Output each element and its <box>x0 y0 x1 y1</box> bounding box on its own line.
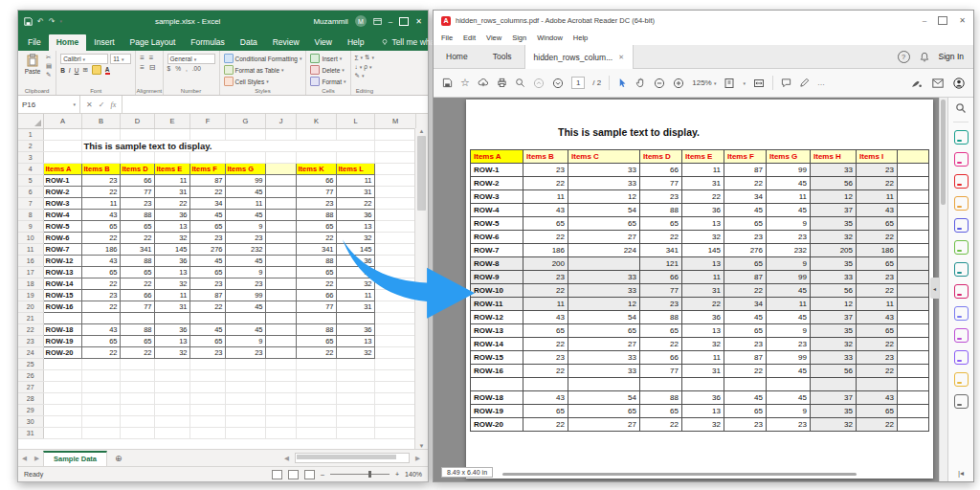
autosum-button[interactable]: Σ <box>355 55 359 61</box>
excel-cell[interactable]: 65 <box>81 267 120 278</box>
excel-cell[interactable] <box>296 416 336 428</box>
edit-pdf-tool-icon[interactable] <box>954 152 969 167</box>
excel-cell[interactable] <box>120 428 154 439</box>
excel-row-label[interactable]: ROW-3 <box>43 198 81 210</box>
vscroll-thumb[interactable] <box>941 100 946 205</box>
excel-cell[interactable] <box>81 405 120 416</box>
ribbon-tab-review[interactable]: Review <box>265 34 307 51</box>
excel-cell[interactable]: 9 <box>225 336 265 347</box>
pencil-icon[interactable] <box>799 78 810 88</box>
excel-cell[interactable] <box>225 313 265 324</box>
sheet-nav-right-icon[interactable]: ▶ <box>31 455 43 462</box>
combine-files-tool-icon[interactable] <box>954 218 969 233</box>
row-number[interactable]: 30 <box>18 416 43 428</box>
minimize-button[interactable]: – <box>923 16 926 25</box>
row-number[interactable]: 26 <box>18 370 43 382</box>
excel-cell[interactable] <box>265 370 296 382</box>
menu-sign[interactable]: Sign <box>512 33 526 42</box>
excel-cell[interactable]: 77 <box>296 301 336 313</box>
excel-cell[interactable] <box>120 370 154 382</box>
select-all-corner[interactable] <box>18 114 44 128</box>
excel-cell[interactable]: 22 <box>296 278 336 290</box>
row-number[interactable]: 19 <box>18 290 43 301</box>
avatar[interactable]: M <box>355 15 367 27</box>
excel-cell[interactable] <box>225 416 265 428</box>
excel-cell[interactable] <box>265 324 296 336</box>
font-color-button[interactable]: A <box>105 66 110 75</box>
chevron-down-icon[interactable]: ▾ <box>743 80 746 86</box>
excel-cell[interactable] <box>336 382 374 393</box>
excel-cell[interactable]: 77 <box>120 187 154 198</box>
excel-cell[interactable]: 45 <box>225 324 265 336</box>
excel-cell[interactable] <box>154 152 189 164</box>
excel-cell[interactable]: 11 <box>336 175 374 187</box>
excel-cell[interactable] <box>374 198 415 210</box>
excel-cell[interactable]: 32 <box>336 347 374 359</box>
excel-cell[interactable]: 34 <box>189 198 225 210</box>
excel-cell[interactable] <box>374 187 415 198</box>
ribbon-tab-data[interactable]: Data <box>233 34 265 51</box>
row-number[interactable]: 17 <box>18 267 43 278</box>
insert-cells-button[interactable]: Insert▾ <box>310 54 345 63</box>
bell-icon[interactable] <box>920 52 929 62</box>
row-number[interactable]: 2 <box>18 141 43 152</box>
excel-cell[interactable] <box>225 428 265 439</box>
excel-cell[interactable]: 23 <box>225 347 265 359</box>
excel-cell[interactable] <box>296 405 336 416</box>
excel-cell[interactable] <box>265 359 296 370</box>
excel-cell[interactable] <box>81 382 120 393</box>
paste-button[interactable]: Paste <box>22 54 43 75</box>
row-number[interactable]: 4 <box>18 164 43 175</box>
excel-cell[interactable]: 88 <box>120 324 154 336</box>
excel-cell[interactable]: 13 <box>154 336 189 347</box>
excel-cell[interactable] <box>189 393 225 405</box>
excel-cell[interactable]: 36 <box>154 324 189 336</box>
excel-cell[interactable] <box>296 382 336 393</box>
excel-cell[interactable]: 31 <box>154 187 189 198</box>
decimal-icon[interactable]: .00 <box>192 65 201 72</box>
excel-cell[interactable] <box>189 313 225 324</box>
excel-cell[interactable]: 66 <box>120 290 154 301</box>
excel-row-label[interactable]: ROW-20 <box>43 347 81 359</box>
accounting-format-icon[interactable]: $ <box>167 65 171 72</box>
page-number-input[interactable]: 1 <box>571 77 585 89</box>
excel-cell[interactable]: 22 <box>81 187 120 198</box>
undo-icon[interactable]: ↶ <box>37 17 44 26</box>
ribbon-display-icon[interactable] <box>373 17 382 26</box>
font-size-combo[interactable]: 11▾ <box>110 54 131 64</box>
excel-cell[interactable]: 87 <box>189 290 225 301</box>
excel-cell[interactable] <box>43 416 81 428</box>
zoom-level-dropdown[interactable]: 125% ▾ <box>692 78 716 87</box>
save-icon[interactable] <box>442 78 453 88</box>
borders-button[interactable]: ⊞ <box>82 66 87 74</box>
create-pdf-tool-icon[interactable] <box>954 174 969 189</box>
minimize-button[interactable]: – <box>389 17 392 26</box>
excel-cell[interactable] <box>265 152 296 164</box>
excel-cell[interactable] <box>265 347 296 359</box>
find-select-button[interactable]: ρ <box>364 63 368 70</box>
clear-button[interactable]: ✎ <box>355 72 360 79</box>
excel-cell[interactable]: 23 <box>189 347 225 359</box>
excel-cell[interactable]: 65 <box>120 221 154 233</box>
excel-cell[interactable]: 65 <box>81 221 120 233</box>
excel-cell[interactable]: 22 <box>296 233 336 244</box>
excel-cell[interactable] <box>374 347 415 359</box>
excel-cell[interactable] <box>265 393 296 405</box>
cut-icon[interactable]: ✂ <box>46 54 52 61</box>
excel-cell[interactable]: 22 <box>81 278 120 290</box>
horizontal-scrollbar[interactable] <box>502 473 857 476</box>
hand-tool-icon[interactable] <box>635 78 646 88</box>
excel-cell[interactable]: 45 <box>225 210 265 221</box>
excel-cell[interactable]: 22 <box>296 347 336 359</box>
excel-user-name[interactable]: Muzammil <box>313 17 347 26</box>
align-bottom-row[interactable]: ≡⊟ <box>140 63 158 72</box>
format-cells-button[interactable]: Format▾ <box>310 77 345 86</box>
excel-cell[interactable] <box>81 152 120 164</box>
excel-cell[interactable]: 341 <box>120 244 154 256</box>
excel-cell[interactable] <box>374 428 415 439</box>
sheet-tab-sample-data[interactable]: Sample Data <box>43 451 107 466</box>
row-number[interactable]: 23 <box>18 336 43 347</box>
excel-cell[interactable]: 22 <box>120 233 154 244</box>
excel-cell[interactable] <box>374 336 415 347</box>
excel-cell[interactable] <box>296 428 336 439</box>
